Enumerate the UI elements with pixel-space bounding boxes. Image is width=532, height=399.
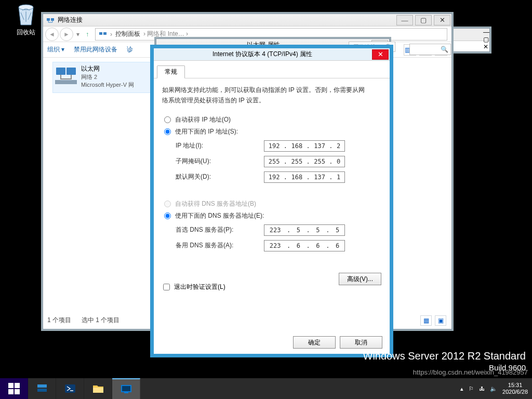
cancel-button[interactable]: 取消 xyxy=(340,336,382,349)
svg-rect-12 xyxy=(37,384,47,388)
vbox-button[interactable] xyxy=(112,378,140,399)
svg-rect-6 xyxy=(66,68,76,75)
server-manager-button[interactable] xyxy=(28,378,56,399)
cmd-disable-device[interactable]: 禁用此网络设备 xyxy=(74,45,117,54)
minimize-icon[interactable]: — xyxy=(396,15,413,25)
row-preferred-dns: 首选 DNS 服务器(P): 223.5.5.5 xyxy=(176,224,381,236)
tray-volume-icon[interactable]: 🔈 xyxy=(490,385,497,392)
nav-forward-button[interactable]: ► xyxy=(60,28,73,41)
recycle-bin[interactable]: 回收站 xyxy=(10,2,42,37)
server-manager-icon xyxy=(36,382,48,395)
radio-use-dns[interactable]: 使用下面的 DNS 服务器地址(E): xyxy=(164,211,379,220)
adapter-network: 网络 2 xyxy=(81,73,134,81)
svg-rect-9 xyxy=(15,383,20,388)
status-bar: 1 个项目 选中 1 个项目 xyxy=(47,314,119,326)
svg-rect-2 xyxy=(51,18,54,21)
alternate-dns-input[interactable]: 223.6.6.6 xyxy=(264,240,345,251)
view-icons-icon[interactable]: ▣ xyxy=(435,315,446,326)
subnet-mask-input[interactable]: 255.255.255.0 xyxy=(264,156,345,167)
svg-rect-7 xyxy=(55,80,77,84)
recycle-bin-icon xyxy=(14,2,38,27)
ipv4-properties-dialog: Internet 协议版本 4 (TCP/IPv4) 属性 ✕ 常规 如果网络支… xyxy=(153,48,390,354)
watermark-text: https://blog.csdn.net/weixin_41982957 xyxy=(413,368,528,376)
maximize-icon[interactable]: ▢ xyxy=(483,36,489,43)
tray-network-icon[interactable]: 🖧 xyxy=(479,385,485,392)
svg-rect-4 xyxy=(103,32,107,35)
status-selected-count: 选中 1 个项目 xyxy=(82,316,119,325)
svg-rect-1 xyxy=(47,18,50,21)
file-explorer-icon xyxy=(92,382,104,395)
preferred-dns-input[interactable]: 223.5.5.5 xyxy=(264,224,345,236)
window-title: 网络连接 xyxy=(43,16,395,24)
tab-row: 常规 xyxy=(154,64,390,78)
advanced-button[interactable]: 高级(V)... xyxy=(339,273,381,285)
windows-logo-icon xyxy=(8,383,20,394)
svg-rect-8 xyxy=(8,383,14,388)
svg-rect-15 xyxy=(93,388,103,393)
network-icon xyxy=(99,30,107,38)
nav-up-button[interactable]: ↑ xyxy=(83,31,92,38)
row-subnet-mask: 子网掩码(U): 255.255.255.0 xyxy=(176,156,381,167)
svg-rect-13 xyxy=(37,389,47,392)
powershell-icon xyxy=(64,382,76,395)
taskbar: ▴ ⚐ 🖧 🔈 15:31 2020/6/28 xyxy=(0,378,532,399)
nav-dropdown-icon[interactable]: ▾ xyxy=(74,31,82,38)
tab-general[interactable]: 常规 xyxy=(157,65,185,78)
status-item-count: 1 个项目 xyxy=(47,316,71,325)
radio-auto-ip[interactable]: 自动获得 IP 地址(O) xyxy=(164,115,379,124)
cmd-diagnose[interactable]: 诊 xyxy=(127,45,133,54)
start-button[interactable] xyxy=(0,378,28,399)
svg-rect-17 xyxy=(122,386,130,391)
svg-rect-3 xyxy=(99,32,102,35)
ethernet-adapter-icon xyxy=(55,64,77,86)
ok-button[interactable]: 确定 xyxy=(293,336,336,349)
view-details-icon[interactable]: ▦ xyxy=(420,315,432,326)
svg-rect-18 xyxy=(124,392,128,393)
svg-rect-10 xyxy=(8,389,14,394)
row-ip-address: IP 地址(I): 192.168.137.2 xyxy=(176,140,381,152)
tray-chevron-icon[interactable]: ▴ xyxy=(460,385,463,392)
tray-flag-icon[interactable]: ⚐ xyxy=(469,385,474,392)
recycle-bin-label: 回收站 xyxy=(10,28,42,37)
minimize-icon[interactable]: — xyxy=(483,29,489,36)
description: 如果网络支持此功能，则可以获取自动指派的 IP 设置。否则，你需要从网 络系统管… xyxy=(162,85,381,106)
row-default-gateway: 默认网关(D): 192.168.137.1 xyxy=(176,171,381,183)
default-gateway-input[interactable]: 192.168.137.1 xyxy=(264,171,345,183)
close-icon[interactable]: ✕ xyxy=(372,49,389,60)
vm-icon xyxy=(120,383,132,395)
adapter-name: 以太网 xyxy=(81,64,134,73)
close-icon[interactable]: ✕ xyxy=(434,15,450,25)
svg-rect-11 xyxy=(15,389,20,394)
powershell-button[interactable] xyxy=(56,378,84,399)
row-alternate-dns: 备用 DNS 服务器(A): 223.6.6.6 xyxy=(176,240,381,251)
nav-back-button[interactable]: ◄ xyxy=(45,28,59,41)
taskbar-clock[interactable]: 15:31 2020/6/28 xyxy=(502,382,528,395)
svg-rect-5 xyxy=(56,68,65,75)
close-icon[interactable]: ✕ xyxy=(483,43,489,50)
maximize-icon[interactable]: ▢ xyxy=(415,15,432,25)
search-icon: 🔍 xyxy=(441,46,448,53)
search-box-overflow[interactable]: 🔍 xyxy=(409,44,451,55)
network-icon xyxy=(46,16,55,24)
radio-use-ip[interactable]: 使用下面的 IP 地址(S): xyxy=(164,127,379,136)
radio-auto-dns: 自动获得 DNS 服务器地址(B) xyxy=(164,200,379,208)
file-explorer-button[interactable] xyxy=(84,378,112,399)
adapter-driver: Microsoft Hyper-V 网 xyxy=(81,81,134,89)
checkbox-validate-on-exit[interactable]: 退出时验证设置(L) xyxy=(163,283,225,291)
cmd-organize[interactable]: 组织 ▾ xyxy=(47,45,64,54)
system-tray: ▴ ⚐ 🖧 🔈 15:31 2020/6/28 xyxy=(460,378,532,399)
ip-address-input[interactable]: 192.168.137.2 xyxy=(264,140,345,152)
dialog-title: Internet 协议版本 4 (TCP/IPv4) 属性 xyxy=(154,50,371,59)
